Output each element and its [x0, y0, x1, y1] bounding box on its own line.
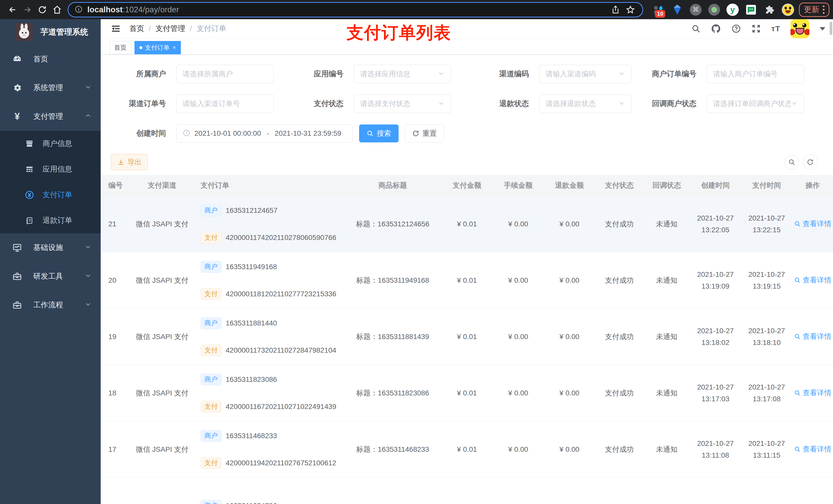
extension-gem-icon[interactable] — [671, 3, 684, 16]
view-detail-link[interactable]: 查看详情 — [794, 219, 831, 229]
cell-notify: 未通知 — [644, 332, 690, 342]
merchant-input-field[interactable] — [183, 70, 267, 78]
app-select[interactable] — [354, 65, 451, 83]
font-size-icon[interactable]: тT — [771, 24, 780, 33]
bookmark-star-icon[interactable] — [623, 2, 638, 17]
caret-down-icon[interactable] — [820, 27, 825, 30]
page-scrollbar-thumb[interactable] — [830, 22, 832, 35]
merchant-order-line: 商户1635311949168 — [200, 261, 342, 273]
browser-menu-icon[interactable] — [823, 5, 825, 14]
chevron-down-icon — [85, 243, 91, 252]
sidebar-item-pay-order[interactable]: 支付订单 — [0, 182, 101, 208]
extension-emoji-icon[interactable] — [782, 3, 794, 16]
pay-order-no: 4200001194202110276752100612 — [226, 459, 336, 467]
merchant-order-no-input[interactable] — [707, 65, 804, 83]
channel-order-no-field[interactable] — [183, 100, 267, 108]
pay-status-field[interactable] — [360, 100, 438, 108]
share-icon[interactable] — [608, 2, 623, 17]
help-icon[interactable] — [731, 24, 741, 33]
export-button[interactable]: 导出 — [111, 154, 148, 170]
sidebar-item-label: 首页 — [33, 54, 48, 64]
refund-status-field[interactable] — [546, 100, 618, 108]
cell-title: 标题：1635311881439 — [344, 332, 441, 342]
view-detail-link[interactable]: 查看详情 — [794, 444, 831, 454]
view-detail-link[interactable]: 查看详情 — [794, 388, 831, 398]
payment-submenu: 商户信息 应用信息 支付订单 退款订单 — [0, 131, 101, 233]
extensions-strip: 10 ⌘ y — [652, 3, 794, 16]
github-icon[interactable] — [711, 24, 721, 34]
create-time-range-picker[interactable]: 2021-10-01 00:00:00 - 2021-10-31 23:59:5… — [176, 124, 353, 143]
cell-order-numbers: 商户1635311881440支付42000011732021102728479… — [200, 317, 344, 356]
tab-pay-order[interactable]: 支付订单 × — [135, 41, 181, 54]
extension-command-icon[interactable]: ⌘ — [689, 3, 702, 16]
sidebar-item-home[interactable]: 首页 — [0, 45, 101, 73]
sidebar-item-infrastructure[interactable]: 基础设施 — [0, 233, 101, 262]
table-header-cell: 回调状态 — [644, 181, 690, 190]
notify-status-field[interactable] — [713, 100, 791, 108]
cell-title: 标题：1635311823086 — [344, 388, 441, 398]
cell-refund: ¥ 0.00 — [544, 276, 595, 285]
cell-paid: 2021-10-2713:19:15 — [741, 269, 792, 292]
extension-record-icon[interactable] — [708, 3, 720, 16]
sidebar-item-system[interactable]: 系统管理 — [0, 73, 101, 102]
cell-action: 查看详情 — [792, 219, 833, 229]
search-button-label: 搜索 — [377, 128, 391, 138]
breadcrumb-payment[interactable]: 支付管理 — [156, 24, 185, 34]
view-detail-link[interactable]: 查看详情 — [794, 332, 831, 341]
cell-notify: 未通知 — [644, 275, 690, 285]
chevron-down-icon — [618, 100, 625, 107]
extension-y-icon[interactable]: y — [726, 3, 739, 16]
sidebar-item-merchant-info[interactable]: 商户信息 — [0, 131, 101, 157]
sidebar-item-app-info[interactable]: 应用信息 — [0, 157, 101, 182]
reset-button[interactable]: 重置 — [405, 124, 444, 142]
update-label: 更新 — [804, 4, 819, 15]
sidebar-toggle-icon[interactable] — [110, 22, 122, 35]
table-header-cell: 支付渠道 — [124, 181, 200, 190]
breadcrumb-current: 支付订单 — [196, 24, 226, 34]
cell-title: 标题：1635311949168 — [344, 275, 441, 285]
site-info-icon[interactable] — [74, 5, 83, 14]
close-icon[interactable]: × — [173, 44, 176, 51]
notify-status-select[interactable] — [707, 95, 804, 113]
merchant-order-line: 商户1635311881440 — [200, 317, 342, 329]
cell-channel: 微信 JSAPI 支付 — [124, 332, 200, 342]
home-icon[interactable] — [50, 2, 65, 17]
toggle-search-button[interactable] — [784, 155, 799, 170]
merchant-order-line: 商户1635311468233 — [200, 430, 342, 442]
refresh-table-button[interactable] — [803, 155, 818, 170]
cell-created: 2021-10-2713:19:09 — [690, 269, 741, 292]
sidebar-item-label: 支付管理 — [33, 112, 63, 122]
refund-status-select[interactable] — [539, 95, 632, 113]
reload-icon[interactable] — [35, 2, 50, 17]
tab-home[interactable]: 首页 — [110, 41, 132, 54]
breadcrumb-home[interactable]: 首页 — [129, 24, 144, 34]
extension-chat-icon[interactable] — [745, 3, 757, 16]
view-detail-link[interactable]: 查看详情 — [794, 275, 831, 285]
browser-update-button[interactable]: 更新 — [799, 3, 829, 17]
pay-status-select[interactable] — [354, 95, 451, 113]
app-select-field[interactable] — [360, 70, 438, 78]
forward-icon[interactable] — [20, 2, 35, 17]
table-header-cell: 退款金额 — [544, 181, 595, 190]
merchant-order-no-field[interactable] — [713, 70, 798, 78]
back-icon[interactable] — [5, 2, 20, 17]
merchant-order-line: 商户1635311823086 — [200, 374, 342, 385]
sidebar-item-refund-order[interactable]: 退款订单 — [0, 208, 101, 233]
extension-tasks-icon[interactable]: 10 — [652, 3, 665, 16]
search-icon[interactable] — [691, 24, 700, 33]
extensions-puzzle-icon[interactable] — [763, 3, 776, 16]
channel-order-no-input[interactable] — [176, 95, 273, 113]
search-button[interactable]: 搜索 — [359, 124, 399, 142]
channel-code-field[interactable] — [546, 70, 618, 78]
merchant-input[interactable] — [176, 65, 273, 83]
fullscreen-icon[interactable] — [751, 24, 761, 33]
pay-order-line: 支付4200001167202110271022491439 — [200, 401, 342, 413]
avatar[interactable] — [790, 19, 809, 38]
cell-action: 查看详情 — [792, 444, 833, 454]
channel-code-select[interactable] — [539, 65, 632, 83]
pay-tag: 支付 — [200, 457, 221, 469]
address-bar[interactable]: localhost:1024/pay/order — [68, 2, 643, 18]
sidebar-item-payment[interactable]: ¥ 支付管理 — [0, 102, 101, 131]
sidebar-item-dev-tools[interactable]: 研发工具 — [0, 262, 101, 291]
sidebar-item-workflow[interactable]: 工作流程 — [0, 291, 101, 319]
